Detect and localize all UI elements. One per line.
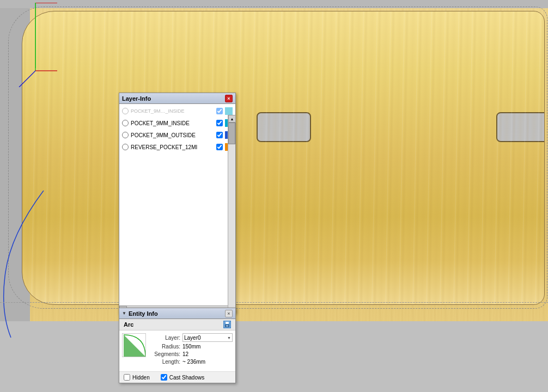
- layer-panel-scrollbar: ▲ ▼: [228, 115, 235, 316]
- scrollbar-thumb[interactable]: [228, 122, 235, 144]
- length-field-value: ~ 236mm: [182, 359, 233, 365]
- chevron-down-icon: ▼: [227, 336, 231, 340]
- entity-info-title: Entity Info: [129, 310, 225, 317]
- 3d-viewport: Layer-Info × POCKET_9M…_INSIDE POCK: [0, 0, 548, 392]
- layer-list-content: POCKET_9M…_INSIDE POCKET_9MM_INSIDE: [119, 104, 235, 305]
- radius-field-value: 150mm: [182, 344, 233, 350]
- layer-info-title: Layer-Info: [122, 95, 151, 102]
- layer-visibility-checkbox[interactable]: [216, 144, 223, 150]
- layer-info-panel: Layer-Info × POCKET_9M…_INSIDE POCK: [119, 93, 236, 314]
- hidden-checkbox-row: Hidden: [124, 374, 150, 381]
- entity-fields: Layer: Layer0 ▼ Radius: 150mm Segments:: [150, 333, 233, 366]
- hidden-checkbox[interactable]: [124, 374, 130, 381]
- layer-info-close-button[interactable]: ×: [225, 95, 233, 102]
- entity-body: Layer: Layer0 ▼ Radius: 150mm Segments:: [119, 330, 235, 371]
- radius-field-label: Radius:: [150, 344, 180, 350]
- layer-dropdown[interactable]: Layer0 ▼: [182, 333, 233, 342]
- segments-field-label: Segments:: [150, 351, 180, 357]
- layer-list: POCKET_9M…_INSIDE POCKET_9MM_INSIDE: [119, 104, 235, 154]
- cast-shadows-label: Cast Shadows: [169, 375, 204, 381]
- layer-visibility-checkbox[interactable]: [216, 120, 223, 126]
- length-field-row: Length: ~ 236mm: [150, 359, 233, 365]
- layer-info-titlebar: Layer-Info ×: [119, 93, 235, 104]
- scrollbar-track: [228, 122, 235, 309]
- list-item: POCKET_9MM_INSIDE: [119, 117, 235, 129]
- layer-field-label: Layer:: [150, 335, 180, 341]
- cast-shadows-checkbox[interactable]: [161, 374, 167, 381]
- radius-field-row: Radius: 150mm: [150, 344, 233, 350]
- svg-line-2: [19, 71, 35, 87]
- entity-subheader: Arc: [119, 319, 235, 330]
- entity-type-label: Arc: [124, 321, 133, 328]
- list-item: POCKET_9M…_INSIDE: [119, 105, 235, 117]
- save-icon[interactable]: [223, 321, 231, 328]
- arc-preview-svg: [123, 334, 146, 357]
- entity-bottom-bar: Hidden Cast Shadows: [119, 371, 235, 383]
- entity-info-close-button[interactable]: ×: [225, 310, 233, 317]
- svg-rect-6: [226, 325, 228, 327]
- blue-arc-svg: [0, 191, 60, 343]
- segments-field-row: Segments: 12: [150, 351, 233, 357]
- save-svg-icon: [224, 321, 230, 328]
- mid-dotted-line: [0, 302, 548, 303]
- layer-radio[interactable]: [122, 144, 129, 150]
- gray-border-bottom: [0, 321, 548, 392]
- layer-color-swatch: [225, 107, 233, 115]
- layer-name-label: POCKET_9MM_OUTSIDE: [131, 132, 216, 138]
- list-item: REVERSE_POCKET_12MI: [119, 141, 235, 153]
- entity-preview-thumbnail: [122, 333, 146, 357]
- length-field-label: Length:: [150, 359, 180, 365]
- layer-field-row: Layer: Layer0 ▼: [150, 333, 233, 342]
- svg-rect-4: [226, 322, 229, 324]
- layer-radio[interactable]: [122, 108, 129, 114]
- scrollbar-up-button[interactable]: ▲: [228, 115, 236, 122]
- entity-info-titlebar: ▼ Entity Info ×: [119, 308, 235, 319]
- layer-visibility-checkbox[interactable]: [216, 132, 223, 138]
- layer-radio[interactable]: [122, 120, 129, 126]
- hidden-label: Hidden: [132, 375, 150, 381]
- layer-dropdown-value: Layer0: [184, 335, 201, 341]
- layer-name-label: REVERSE_POCKET_12MI: [131, 144, 216, 150]
- collapse-arrow-icon[interactable]: ▼: [122, 311, 126, 316]
- entity-info-panel: ▼ Entity Info × Arc: [119, 308, 236, 383]
- dotted-outline: [8, 7, 547, 309]
- layer-name-label: POCKET_9MM_INSIDE: [131, 120, 216, 126]
- entity-preview-row: Layer: Layer0 ▼ Radius: 150mm Segments:: [122, 333, 233, 366]
- cast-shadows-checkbox-row: Cast Shadows: [161, 374, 204, 381]
- segments-field-value: 12: [182, 351, 233, 357]
- layer-radio[interactable]: [122, 132, 129, 138]
- axis-svg: [16, 0, 60, 87]
- list-item: POCKET_9MM_OUTSIDE: [119, 129, 235, 141]
- layer-visibility-checkbox[interactable]: [216, 108, 223, 114]
